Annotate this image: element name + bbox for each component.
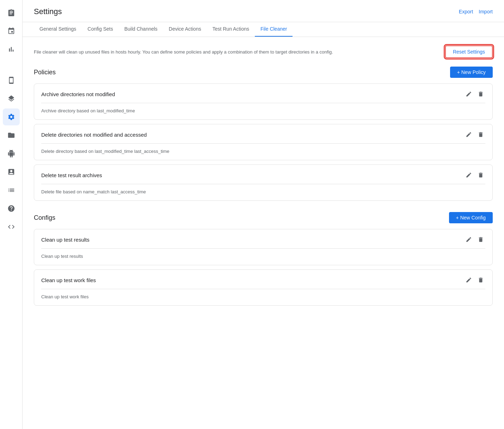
page-content: File cleaner will clean up unused files … (23, 37, 504, 429)
policy-card-0-header: Archive directories not modified (41, 89, 485, 99)
config-card-0-header: Clean up test results (41, 235, 485, 244)
sidebar-item-chart[interactable] (3, 41, 20, 58)
delete-icon (478, 236, 484, 243)
delete-icon (478, 277, 484, 283)
edit-icon (466, 277, 472, 283)
new-config-button[interactable]: + New Config (449, 212, 493, 223)
policy-card-0-title: Archive directories not modified (41, 91, 115, 97)
android-icon (7, 150, 15, 157)
policy-card-2-actions (464, 170, 485, 180)
policies-section-title: Policies (34, 69, 56, 76)
policy-card-2-delete-button[interactable] (476, 170, 485, 180)
edit-icon (466, 172, 472, 178)
policy-card-0-actions (464, 89, 485, 99)
phone-icon (7, 76, 15, 84)
config-card-0-edit-button[interactable] (464, 235, 473, 244)
config-card-0-title: Clean up test results (41, 237, 90, 243)
tab-test-run-actions[interactable]: Test Run Actions (207, 22, 255, 37)
sidebar-item-code[interactable] (3, 218, 20, 235)
configs-section: Configs + New Config Clean up test resul… (34, 212, 493, 306)
sidebar-item-settings[interactable] (3, 108, 20, 125)
sidebar-item-folder[interactable] (3, 127, 20, 144)
config-card-1-subtitle: Clean up test work files (41, 294, 88, 299)
layers-icon (7, 95, 15, 102)
config-card-1-delete-button[interactable] (476, 275, 485, 285)
sidebar-item-clipboard[interactable] (3, 4, 20, 21)
settings-icon (7, 113, 15, 121)
policy-card-1-delete-button[interactable] (476, 130, 485, 139)
config-card-0-subtitle: Clean up test results (41, 254, 83, 259)
policy-card-0-subtitle: Archive directory based on last_modified… (41, 108, 135, 113)
policies-section: Policies + New Policy Archive directorie… (34, 67, 493, 201)
policy-card-0-divider (41, 103, 485, 103)
policy-card-1-title: Delete directories not modified and acce… (41, 132, 147, 138)
edit-icon (466, 91, 472, 97)
page-header: Settings Export Import (23, 0, 504, 22)
info-bar: File cleaner will clean up unused files … (34, 45, 493, 58)
policy-card-0-edit-button[interactable] (464, 89, 473, 99)
code-icon (7, 223, 15, 231)
clipboard-icon (7, 9, 15, 17)
config-card-1-edit-button[interactable] (464, 275, 473, 285)
folder-icon (7, 131, 15, 139)
config-card-0-actions (464, 235, 485, 244)
policy-card-2-divider (41, 184, 485, 184)
edit-icon (466, 236, 472, 243)
main-content: Settings Export Import General Settings … (23, 0, 504, 429)
policy-card-2-subtitle: Delete file based on name_match last_acc… (41, 189, 146, 194)
sidebar-item-monitor[interactable] (3, 163, 20, 180)
info-text: File cleaner will clean up unused files … (34, 49, 437, 55)
config-card-1-title: Clean up test work files (41, 277, 96, 283)
delete-icon (478, 131, 484, 138)
policy-card-1-actions (464, 130, 485, 139)
tab-device-actions[interactable]: Device Actions (163, 22, 207, 37)
configs-section-title: Configs (34, 214, 55, 222)
new-policy-button[interactable]: + New Policy (450, 67, 493, 78)
tabs-bar: General Settings Config Sets Build Chann… (23, 22, 504, 37)
tab-general-settings[interactable]: General Settings (34, 22, 82, 37)
policy-card-2-edit-button[interactable] (464, 170, 473, 180)
config-card-0-divider (41, 248, 485, 249)
policy-card-1-divider (41, 143, 485, 144)
policy-card-1-subtitle: Delete directory based on last_modified_… (41, 149, 169, 154)
export-link[interactable]: Export (459, 9, 473, 14)
tab-file-cleaner[interactable]: File Cleaner (255, 22, 293, 37)
list-icon (7, 186, 15, 194)
sidebar-item-layers[interactable] (3, 90, 20, 107)
policy-card-2-header: Delete test result archives (41, 170, 485, 180)
import-link[interactable]: Import (479, 9, 493, 14)
policy-card-2: Delete test result archives (34, 164, 493, 201)
policy-card-1-header: Delete directories not modified and acce… (41, 130, 485, 139)
monitor-icon (7, 168, 15, 176)
chart-icon (7, 45, 15, 53)
sidebar (0, 0, 23, 429)
policy-card-1: Delete directories not modified and acce… (34, 124, 493, 160)
policy-card-0: Archive directories not modified (34, 83, 493, 120)
page-title: Settings (34, 7, 62, 22)
policies-section-header: Policies + New Policy (34, 67, 493, 78)
sidebar-item-android[interactable] (3, 145, 20, 162)
config-card-1: Clean up test work files (34, 269, 493, 306)
edit-icon (466, 131, 472, 138)
policy-card-0-delete-button[interactable] (476, 89, 485, 99)
reset-settings-button[interactable]: Reset Settings (445, 45, 493, 58)
sidebar-item-list[interactable] (3, 182, 20, 199)
config-card-0: Clean up test results (34, 229, 493, 265)
config-card-1-actions (464, 275, 485, 285)
delete-icon (478, 91, 484, 97)
sidebar-item-calendar[interactable] (3, 23, 20, 39)
config-card-1-header: Clean up test work files (41, 275, 485, 285)
configs-section-header: Configs + New Config (34, 212, 493, 223)
policy-card-2-title: Delete test result archives (41, 172, 102, 178)
header-actions: Export Import (459, 9, 493, 20)
config-card-1-divider (41, 289, 485, 289)
tab-build-channels[interactable]: Build Channels (119, 22, 163, 37)
delete-icon (478, 172, 484, 178)
policy-card-1-edit-button[interactable] (464, 130, 473, 139)
help-icon (7, 205, 15, 212)
calendar-icon (7, 27, 15, 35)
tab-config-sets[interactable]: Config Sets (82, 22, 118, 37)
sidebar-item-help[interactable] (3, 200, 20, 217)
sidebar-item-device[interactable] (3, 72, 20, 89)
config-card-0-delete-button[interactable] (476, 235, 485, 244)
